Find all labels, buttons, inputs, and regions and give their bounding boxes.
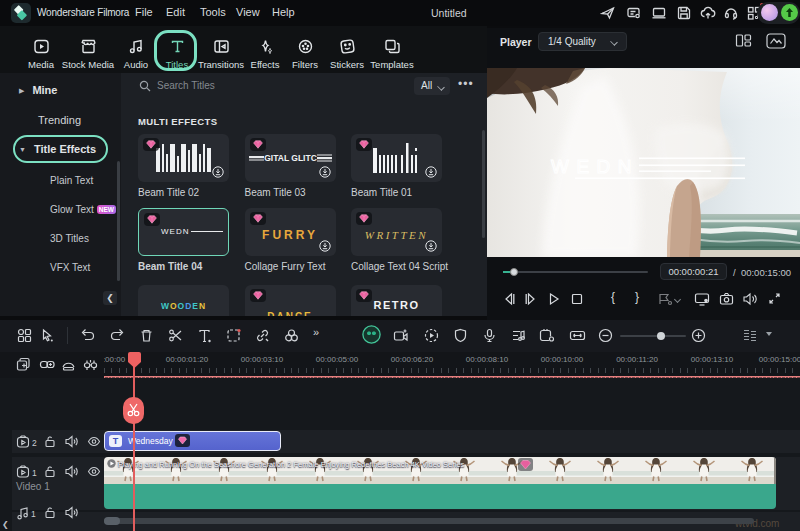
svg-text:WEDN: WEDN [551, 156, 639, 177]
svg-text:GITAL GLITC: GITAL GLITC [264, 153, 317, 163]
